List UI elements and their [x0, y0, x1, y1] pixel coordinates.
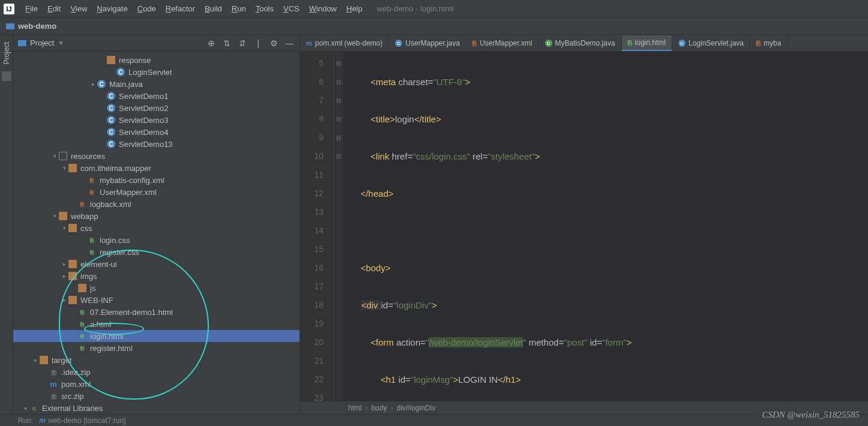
gear-icon[interactable]: ⚙ — [268, 38, 279, 49]
tree-item-target[interactable]: ▸target — [13, 354, 300, 366]
tree-item-web-inf[interactable]: ▸WEB-INF — [13, 294, 300, 306]
tab-usermapper-java[interactable]: CUserMapper.java — [389, 35, 466, 51]
fold-marker[interactable]: ⊟ — [334, 73, 343, 91]
code-editor[interactable]: 567891011121314151617181920212223 ⊟⊟⊟⊟⊟⊟… — [300, 52, 868, 401]
project-panel-title[interactable]: Project — [30, 38, 54, 47]
tree-item-register-css[interactable]: ⎘register.css — [13, 246, 300, 258]
tree-item-label: 07.Element-demo1.html — [90, 308, 173, 317]
xml-icon: ⎘ — [756, 40, 761, 47]
tree-item-response[interactable]: response — [13, 54, 300, 66]
tree-item-resources[interactable]: ▾resources — [13, 150, 300, 162]
tree-item-js[interactable]: js — [13, 282, 300, 294]
divider: | — [253, 38, 264, 49]
tree-item-src-zip[interactable]: ▥src.zip — [13, 390, 300, 402]
tree-item--idea-zip[interactable]: ▥.idea.zip — [13, 366, 300, 378]
menu-edit[interactable]: Edit — [43, 4, 65, 13]
breadcrumb-project[interactable]: web-demo — [18, 22, 56, 31]
tree-item-external-libraries[interactable]: ▸⎋External Libraries — [13, 402, 300, 414]
fold-column[interactable]: ⊟⊟⊟⊟⊟⊟ — [334, 52, 343, 401]
chevron-down-icon[interactable]: ▼ — [58, 40, 64, 46]
tree-item-main-java[interactable]: ▸CMain.java — [13, 78, 300, 90]
menu-build[interactable]: Build — [200, 4, 227, 13]
menu-help[interactable]: Help — [342, 4, 367, 13]
menu-refactor[interactable]: Refactor — [161, 4, 200, 13]
tree-item-servletdemo3[interactable]: CServletDemo3 — [13, 114, 300, 126]
cls-icon: C — [107, 128, 115, 136]
menu-vcs[interactable]: VCS — [279, 4, 304, 13]
tree-item-label: logback.xml — [90, 200, 131, 209]
menu-run[interactable]: Run — [227, 4, 251, 13]
tree-item-usermapper-xml[interactable]: ⎘UserMapper.xml — [13, 186, 300, 198]
tree-item-servletdemo2[interactable]: CServletDemo2 — [13, 102, 300, 114]
menu-code[interactable]: Code — [133, 4, 161, 13]
crumb-html[interactable]: html — [348, 404, 362, 412]
cls-icon: C — [97, 80, 106, 88]
tree-item-mybatis-config-xml[interactable]: ⎘mybatis-config.xml — [13, 174, 300, 186]
fold-icon — [78, 284, 86, 292]
m-icon: m — [306, 40, 312, 47]
tree-item-logback-xml[interactable]: ⎘logback.xml — [13, 198, 300, 210]
tab-usermapper-xml[interactable]: ⎘UserMapper.xml — [466, 35, 538, 51]
collapse-all-icon[interactable]: ⇵ — [237, 38, 248, 49]
menu-file[interactable]: File — [20, 4, 43, 13]
tree-item-servletdemo4[interactable]: CServletDemo4 — [13, 126, 300, 138]
hide-icon[interactable]: ― — [284, 38, 295, 49]
line-number: 5 — [303, 54, 324, 73]
m-icon: m — [49, 380, 58, 388]
tree-item-label: Main.java — [109, 80, 143, 89]
code-content[interactable]: <meta charset="UTF-8"> <title>login</tit… — [343, 52, 868, 401]
fold-icon — [68, 164, 77, 172]
cls-icon: C — [107, 140, 115, 148]
menu-tools[interactable]: Tools — [251, 4, 279, 13]
fold-marker[interactable]: ⊟ — [334, 128, 343, 147]
fold-marker[interactable]: ⊟ — [334, 110, 343, 128]
fold-marker[interactable]: ⊟ — [334, 147, 343, 166]
tab-loginservlet-java[interactable]: CLoginServlet.java — [672, 35, 750, 51]
tab-label: pom.xml (web-demo) — [315, 39, 383, 47]
tree-item-login-html[interactable]: ⎘login.html — [13, 330, 300, 342]
project-tree[interactable]: responseCLoginServlet▸CMain.javaCServlet… — [13, 52, 300, 414]
fold-marker[interactable]: ⊟ — [334, 54, 343, 73]
tree-item-pom-xml[interactable]: mpom.xml — [13, 378, 300, 390]
menu-window[interactable]: Window — [304, 4, 342, 13]
crumb-div[interactable]: div#loginDiv — [397, 404, 436, 412]
locate-icon[interactable]: ⊕ — [206, 38, 217, 49]
line-number: 9 — [303, 128, 324, 147]
menu-view[interactable]: View — [65, 4, 92, 13]
tab-login-html[interactable]: ⎘login.html — [622, 35, 672, 51]
tab-myba[interactable]: ⎘myba — [750, 35, 788, 51]
tree-item-register-html[interactable]: ⎘register.html — [13, 342, 300, 354]
tree-item-label: mybatis-config.xml — [100, 176, 164, 185]
structure-tool-icon[interactable] — [2, 71, 11, 81]
tree-item-label: register.css — [100, 248, 139, 257]
expand-all-icon[interactable]: ⇅ — [222, 38, 232, 49]
tree-item-loginservlet[interactable]: CLoginServlet — [13, 66, 300, 78]
tree-item-servletdemo13[interactable]: CServletDemo13 — [13, 138, 300, 150]
line-number-gutter: 567891011121314151617181920212223 — [300, 52, 334, 401]
tree-item-label: login.html — [90, 332, 124, 341]
tree-item-element-ui[interactable]: ▸element-ui — [13, 258, 300, 270]
tree-item-label: element-ui — [80, 260, 117, 269]
fold res-icon — [59, 152, 67, 160]
fold-marker[interactable]: ⊟ — [334, 91, 343, 110]
project-panel: Project ▼ ⊕ ⇅ ⇵ | ⚙ ― responseCLoginServ… — [13, 35, 300, 414]
tab-label: MyBatisDemo.java — [555, 39, 615, 47]
project-tool-tab[interactable]: Project — [2, 38, 11, 68]
menu-navigate[interactable]: Navigate — [92, 4, 132, 13]
tree-item-07-element-demo1-html[interactable]: ⎘07.Element-demo1.html — [13, 306, 300, 318]
line-number: 14 — [303, 221, 324, 240]
tree-item-label: pom.xml — [61, 380, 91, 389]
tree-item-login-css[interactable]: ⎘login.css — [13, 234, 300, 246]
run-config-name[interactable]: web-demo [tomcat7:run] — [48, 416, 125, 425]
tree-item-servletdemo1[interactable]: CServletDemo1 — [13, 90, 300, 102]
line-number: 12 — [303, 184, 324, 203]
crumb-body[interactable]: body — [372, 404, 387, 412]
tree-item-imgs[interactable]: ▸imgs — [13, 270, 300, 282]
tree-item-css[interactable]: ▾css — [13, 222, 300, 234]
tree-item-com-itheima-mapper[interactable]: ▾com.itheima.mapper — [13, 162, 300, 174]
line-number: 15 — [303, 240, 324, 259]
tree-item-a-html[interactable]: ⎘a.html — [13, 318, 300, 330]
tab-mybatisdemo-java[interactable]: CMyBatisDemo.java — [539, 35, 622, 51]
tree-item-webapp[interactable]: ▾webapp — [13, 210, 300, 222]
tab-pom-xml-web-demo-[interactable]: mpom.xml (web-demo) — [300, 35, 389, 51]
